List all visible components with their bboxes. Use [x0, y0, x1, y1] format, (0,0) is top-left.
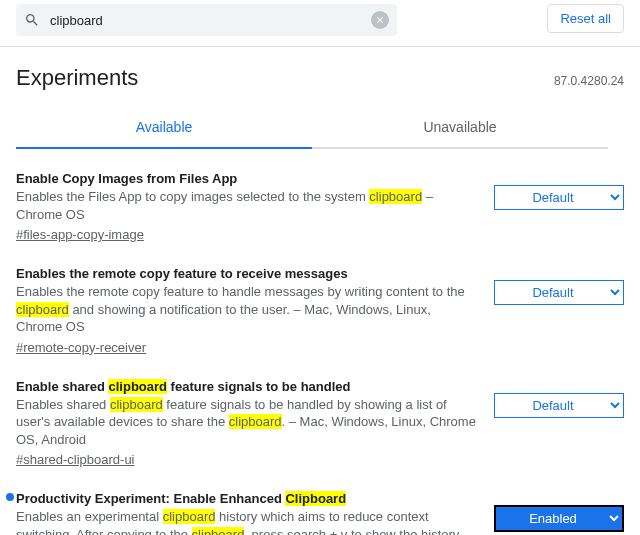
flag-text: Enables the remote copy feature to recei… — [16, 266, 494, 355]
top-bar: Reset all — [0, 0, 640, 46]
tab-available[interactable]: Available — [16, 109, 312, 149]
search-highlight: clipboard — [110, 397, 163, 412]
flag-state-select[interactable]: DefaultEnabledDisabled — [494, 185, 624, 210]
tab-unavailable[interactable]: Unavailable — [312, 109, 608, 149]
page-title: Experiments — [16, 65, 554, 91]
search-highlight: clipboard — [16, 302, 69, 317]
flags-list: Enable Copy Images from Files AppEnables… — [0, 149, 640, 535]
version-label: 87.0.4280.24 — [554, 74, 624, 88]
flag-title: Productivity Experiment: Enable Enhanced… — [16, 491, 480, 506]
flag-title: Enable Copy Images from Files App — [16, 171, 480, 186]
title-row: Experiments 87.0.4280.24 — [0, 47, 640, 95]
search-icon — [24, 12, 40, 28]
flag-text: Enable shared clipboard feature signals … — [16, 379, 494, 468]
flag-description: Enables the Files App to copy images sel… — [16, 188, 480, 223]
flag-text: Productivity Experiment: Enable Enhanced… — [16, 491, 494, 535]
flag-row: Enables the remote copy feature to recei… — [16, 244, 624, 357]
flag-row: Enable shared clipboard feature signals … — [16, 357, 624, 470]
clear-search-button[interactable] — [371, 11, 389, 29]
flag-row: Productivity Experiment: Enable Enhanced… — [16, 469, 624, 535]
flag-description: Enables the remote copy feature to handl… — [16, 283, 480, 336]
search-highlight: Clipboard — [285, 491, 346, 506]
flag-description: Enables shared clipboard feature signals… — [16, 396, 480, 449]
search-box[interactable] — [16, 4, 397, 36]
reset-all-button[interactable]: Reset all — [547, 4, 624, 33]
flag-state-select[interactable]: DefaultEnabledDisabled — [494, 505, 624, 532]
search-highlight: clipboard — [163, 509, 216, 524]
search-input[interactable] — [48, 12, 371, 29]
flag-text: Enable Copy Images from Files AppEnables… — [16, 171, 494, 242]
flag-description: Enables an experimental clipboard histor… — [16, 508, 480, 535]
flag-title: Enables the remote copy feature to recei… — [16, 266, 480, 281]
search-highlight: clipboard — [369, 189, 422, 204]
close-icon — [375, 15, 385, 25]
flag-state-select[interactable]: DefaultEnabledDisabled — [494, 393, 624, 418]
flag-hash-link[interactable]: #remote-copy-receiver — [16, 340, 146, 355]
search-highlight: clipboard — [108, 379, 167, 394]
tabs: Available Unavailable — [0, 109, 640, 149]
flag-state-select[interactable]: DefaultEnabledDisabled — [494, 280, 624, 305]
modified-dot-icon — [6, 493, 14, 501]
flag-hash-link[interactable]: #shared-clipboard-ui — [16, 452, 135, 467]
flag-hash-link[interactable]: #files-app-copy-image — [16, 227, 144, 242]
search-highlight: clipboard — [192, 527, 245, 535]
flag-title: Enable shared clipboard feature signals … — [16, 379, 480, 394]
flag-row: Enable Copy Images from Files AppEnables… — [16, 149, 624, 244]
search-highlight: clipboard — [229, 414, 282, 429]
